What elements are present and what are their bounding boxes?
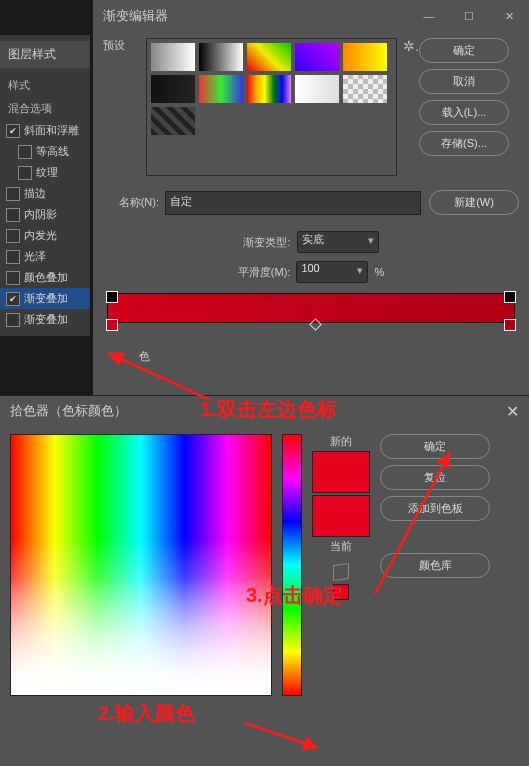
gear-icon[interactable]: ✲. [403,38,419,54]
layer-style-item-label: 描边 [24,186,46,201]
layer-style-item-label: 斜面和浮雕 [24,123,79,138]
hue-slider[interactable] [282,434,302,696]
layer-style-item-label: 颜色叠加 [24,270,68,285]
layer-style-item[interactable]: 光泽 [0,246,90,267]
style-heading[interactable]: 样式 [0,74,90,97]
checkbox[interactable] [6,229,20,243]
maximize-button[interactable]: ☐ [449,2,489,30]
save-button[interactable]: 存储(S)... [419,131,509,156]
preset-swatch[interactable] [295,75,339,103]
preset-swatch[interactable] [295,43,339,71]
color-spectrum[interactable] [10,434,272,696]
layer-style-item[interactable]: 描边 [0,183,90,204]
layer-style-item-label: 等高线 [36,144,69,159]
layer-style-item-label: 内阴影 [24,207,57,222]
layer-style-item[interactable]: 等高线 [0,141,90,162]
checkbox[interactable] [18,166,32,180]
color-label: 色 [139,349,150,364]
picker-reset-button[interactable]: 复位 [380,465,490,490]
gradient-bar[interactable] [107,293,515,323]
checkbox[interactable] [6,208,20,222]
cancel-button[interactable]: 取消 [419,69,509,94]
preset-grid[interactable] [146,38,397,176]
checkbox[interactable] [6,313,20,327]
opacity-stop-right[interactable] [504,291,516,303]
type-select[interactable]: 实底 [297,231,379,253]
new-label: 新的 [330,434,352,449]
blend-heading[interactable]: 混合选项 [0,97,90,120]
color-stop-left[interactable] [106,319,118,331]
gradient-editor-window: 渐变编辑器 — ☐ ✕ 预设 ✲. 确定 取消 载入(L)... 存储(S)..… [93,0,529,395]
minimize-button[interactable]: — [409,2,449,30]
preset-swatch[interactable] [151,43,195,71]
layer-style-tab[interactable]: 图层样式 [0,41,90,68]
websafe-swatch[interactable] [333,584,349,600]
layer-style-item-label: 纹理 [36,165,58,180]
name-input[interactable]: 自定 [165,191,421,215]
layer-style-item-label: 渐变叠加 [24,291,68,306]
preset-swatch[interactable] [151,75,195,103]
presets-label: 预设 [103,38,146,176]
gradient-editor-title: 渐变编辑器 [103,7,168,25]
checkbox[interactable] [6,250,20,264]
ok-button[interactable]: 确定 [419,38,509,63]
close-button[interactable]: ✕ [489,2,529,30]
layer-style-item[interactable]: 内阴影 [0,204,90,225]
checkbox[interactable] [18,145,32,159]
cube-icon[interactable] [333,563,349,581]
name-label: 名称(N): [103,195,159,210]
type-label: 渐变类型: [243,235,290,250]
layer-style-panel: 图层样式 样式 混合选项 斜面和浮雕等高线纹理描边内阴影内发光光泽颜色叠加渐变叠… [0,35,90,336]
preset-swatch[interactable] [151,107,195,135]
layer-style-item-label: 光泽 [24,249,46,264]
preset-swatch[interactable] [199,75,243,103]
preset-swatch[interactable] [247,43,291,71]
close-icon[interactable]: ✕ [506,402,519,421]
checkbox[interactable] [6,292,20,306]
current-color-swatch [312,495,370,537]
preset-swatch[interactable] [199,43,243,71]
layer-style-item[interactable]: 颜色叠加 [0,267,90,288]
layer-style-item[interactable]: 渐变叠加 [0,309,90,330]
smooth-unit: % [374,266,384,278]
layer-style-item[interactable]: 纹理 [0,162,90,183]
new-color-swatch [312,451,370,493]
smooth-input[interactable]: 100 [296,261,368,283]
color-picker-window: 拾色器（色标颜色） ✕ 新的 当前 确定 复位 添加到色板 颜色库 H: 35 [0,395,529,766]
checkbox[interactable] [6,271,20,285]
layer-style-item-label: 内发光 [24,228,57,243]
layer-style-item-label: 渐变叠加 [24,312,68,327]
new-button[interactable]: 新建(W) [429,190,519,215]
preset-swatch[interactable] [343,43,387,71]
preset-swatch[interactable] [247,75,291,103]
opacity-stop-left[interactable] [106,291,118,303]
picker-add-button[interactable]: 添加到色板 [380,496,490,521]
layer-style-item[interactable]: 内发光 [0,225,90,246]
checkbox[interactable] [6,187,20,201]
preset-swatch[interactable] [343,75,387,103]
load-button[interactable]: 载入(L)... [419,100,509,125]
picker-lib-button[interactable]: 颜色库 [380,553,490,578]
smooth-label: 平滑度(M): [238,265,291,280]
picker-ok-button[interactable]: 确定 [380,434,490,459]
layer-style-item[interactable]: 渐变叠加 [0,288,90,309]
picker-title: 拾色器（色标颜色） [10,402,127,420]
checkbox[interactable] [6,124,20,138]
layer-style-item[interactable]: 斜面和浮雕 [0,120,90,141]
color-stop-right[interactable] [504,319,516,331]
current-label: 当前 [330,539,352,554]
